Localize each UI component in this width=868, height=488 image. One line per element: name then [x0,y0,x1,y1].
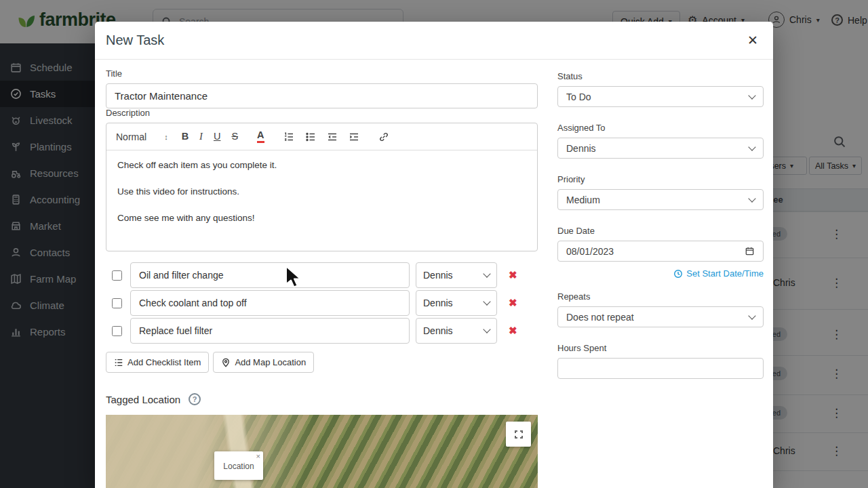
checklist-checkbox[interactable] [112,270,122,281]
assignee-value: Dennis [423,298,453,308]
modal-left-column: Title Description Normal ↕ B I U S A [106,69,538,488]
link-icon[interactable] [378,131,389,142]
assigned-group: Assigned To Dennis [557,123,764,159]
checklist-actions: Add Checklist Item Add Map Location [106,352,538,373]
add-checklist-item-button[interactable]: Add Checklist Item [106,352,209,373]
ordered-list-icon[interactable] [283,131,294,142]
title-label: Title [106,69,538,78]
hours-label: Hours Spent [557,344,764,352]
underline-button[interactable]: U [214,131,220,142]
checklist-checkbox[interactable] [112,298,122,308]
add-map-location-button[interactable]: Add Map Location [213,352,314,373]
status-select[interactable]: To Do [557,86,764,107]
checklist-row: Dennis ✖ [106,318,538,344]
modal-header: New Task ✕ [95,22,773,60]
chevron-down-icon [748,92,755,99]
status-value: To Do [566,92,591,102]
assignee-value: Dennis [423,270,453,281]
chevron-down-icon [483,325,490,333]
checklist-row: Dennis ✖ [106,262,538,288]
due-date-group: Due Date 08/01/2023 [557,226,764,262]
bold-button[interactable]: B [182,131,189,142]
chevron-down-icon [748,195,755,202]
task-title-input[interactable] [106,83,538,108]
tagged-location-label: Tagged Location [106,394,180,405]
hours-group: Hours Spent [557,344,764,379]
tooltip-label: Location [223,462,254,471]
delete-item-icon[interactable]: ✖ [509,269,517,281]
help-icon[interactable]: ? [189,393,201,405]
indent-icon[interactable] [349,131,359,142]
checklist-assignee-select[interactable]: Dennis [416,290,497,316]
checklist-item-input[interactable] [130,290,410,316]
checklist-checkbox[interactable] [112,326,122,336]
fullscreen-icon [513,429,524,440]
description-editor: Normal ↕ B I U S A Check off each item a… [106,123,538,251]
set-start-link[interactable]: Set Start Date/Time [557,268,764,279]
description-content[interactable]: Check off each item as you complete it. … [106,150,537,251]
style-label: Normal [116,131,146,142]
repeats-value: Does not repeat [566,312,634,323]
editor-toolbar: Normal ↕ B I U S A [106,123,537,150]
italic-button[interactable]: I [199,131,203,142]
updown-icon: ↕ [164,133,168,141]
modal-right-column: Status To Do Assigned To Dennis Priority… [557,72,764,395]
calendar-icon [745,246,755,256]
map-preview[interactable]: × Location [106,415,538,488]
checklist-row: Dennis ✖ [106,290,538,316]
map-location-tooltip: × Location [214,451,263,480]
status-group: Status To Do [557,72,764,107]
description-label: Description [106,108,538,117]
clock-icon [673,269,683,279]
hours-input[interactable] [557,358,764,379]
status-label: Status [557,72,764,81]
paragraph-style-select[interactable]: Normal ↕ [116,131,168,142]
chevron-down-icon [748,312,755,319]
priority-label: Priority [557,175,764,184]
tooltip-close-icon[interactable]: × [256,452,260,460]
delete-item-icon[interactable]: ✖ [509,325,517,337]
description-line: Use this video for instructions. [117,186,526,197]
chevron-down-icon [483,298,490,305]
set-start-label: Set Start Date/Time [686,268,764,279]
due-date-value: 08/01/2023 [566,246,614,257]
chevron-down-icon [483,270,490,277]
repeats-label: Repeats [557,292,764,301]
chevron-down-icon [748,143,755,150]
assigned-select[interactable]: Dennis [557,138,764,159]
assigned-label: Assigned To [557,123,764,132]
priority-group: Priority Medium [557,175,764,210]
checklist-assignee-select[interactable]: Dennis [416,262,497,288]
modal-title: New Task [106,33,164,48]
add-checklist-label: Add Checklist Item [127,357,201,367]
map-pin-icon [221,358,231,367]
checklist: Dennis ✖ Dennis ✖ Dennis [106,262,538,344]
description-line: Check off each item as you complete it. [117,160,526,171]
checklist-assignee-select[interactable]: Dennis [416,318,497,344]
close-icon[interactable]: ✕ [747,33,758,48]
due-date-label: Due Date [557,226,764,235]
repeats-group: Repeats Does not repeat [557,292,764,327]
tagged-location-header: Tagged Location ? [106,393,538,405]
assigned-value: Dennis [566,143,596,154]
text-color-button[interactable]: A [257,130,264,143]
assignee-value: Dennis [423,325,453,336]
delete-item-icon[interactable]: ✖ [509,297,517,309]
strikethrough-button[interactable]: S [231,131,238,142]
priority-value: Medium [566,195,600,205]
outdent-icon[interactable] [327,131,338,142]
fullscreen-button[interactable] [506,422,531,447]
new-task-modal: New Task ✕ Title Description Normal ↕ B … [95,22,773,488]
repeats-select[interactable]: Does not repeat [557,306,764,327]
add-map-label: Add Map Location [235,357,306,367]
bullet-list-icon[interactable] [305,131,316,142]
checklist-item-input[interactable] [130,318,410,344]
due-date-input[interactable]: 08/01/2023 [557,241,764,262]
priority-select[interactable]: Medium [557,189,764,210]
list-icon [114,358,123,367]
description-line: Come see me with any questions! [117,213,526,224]
checklist-item-input[interactable] [130,262,410,288]
